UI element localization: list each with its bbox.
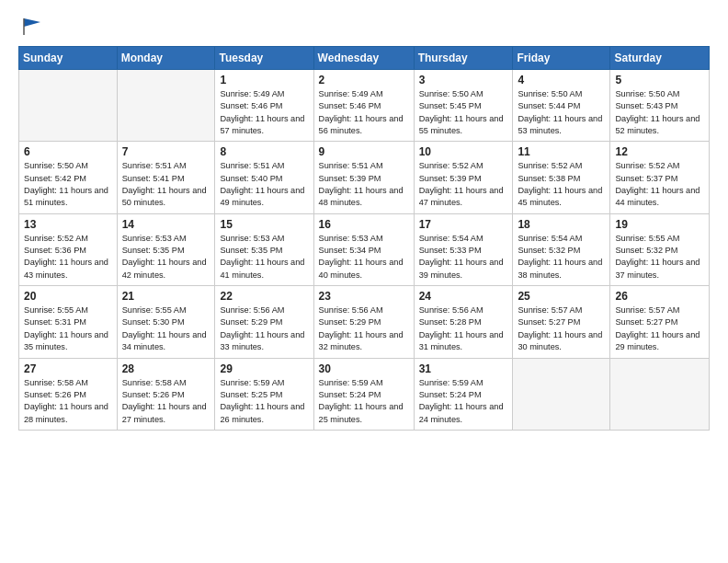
day-info: Sunrise: 5:58 AM Sunset: 5:26 PM Dayligh…: [24, 377, 112, 426]
day-number: 15: [220, 218, 308, 231]
day-number: 20: [24, 290, 112, 303]
weekday-header: Sunday: [19, 47, 118, 70]
calendar-cell: 29Sunrise: 5:59 AM Sunset: 5:25 PM Dayli…: [215, 358, 313, 430]
calendar-cell: 14Sunrise: 5:53 AM Sunset: 5:35 PM Dayli…: [117, 213, 215, 285]
weekday-header: Wednesday: [313, 47, 414, 70]
day-number: 7: [122, 145, 210, 158]
calendar-table: SundayMondayTuesdayWednesdayThursdayFrid…: [18, 46, 710, 431]
calendar-cell: 21Sunrise: 5:55 AM Sunset: 5:30 PM Dayli…: [117, 286, 215, 358]
calendar-week-row: 6Sunrise: 5:50 AM Sunset: 5:42 PM Daylig…: [19, 142, 710, 213]
calendar-cell: 23Sunrise: 5:56 AM Sunset: 5:29 PM Dayli…: [313, 286, 414, 358]
calendar-cell: [610, 358, 710, 430]
day-info: Sunrise: 5:55 AM Sunset: 5:32 PM Dayligh…: [615, 233, 704, 282]
calendar-cell: 22Sunrise: 5:56 AM Sunset: 5:29 PM Dayli…: [215, 286, 313, 358]
svg-marker-0: [24, 18, 40, 27]
calendar-cell: 31Sunrise: 5:59 AM Sunset: 5:24 PM Dayli…: [414, 358, 513, 430]
day-number: 23: [319, 290, 409, 303]
day-number: 10: [419, 145, 508, 158]
day-info: Sunrise: 5:59 AM Sunset: 5:24 PM Dayligh…: [319, 377, 409, 426]
calendar-cell: 5Sunrise: 5:50 AM Sunset: 5:43 PM Daylig…: [610, 70, 710, 142]
calendar-cell: 12Sunrise: 5:52 AM Sunset: 5:37 PM Dayli…: [610, 142, 710, 213]
calendar-cell: 25Sunrise: 5:57 AM Sunset: 5:27 PM Dayli…: [513, 286, 610, 358]
day-info: Sunrise: 5:56 AM Sunset: 5:29 PM Dayligh…: [220, 304, 308, 353]
day-number: 17: [419, 218, 508, 231]
weekday-header: Monday: [117, 47, 215, 70]
calendar-cell: 11Sunrise: 5:52 AM Sunset: 5:38 PM Dayli…: [513, 142, 610, 213]
day-info: Sunrise: 5:55 AM Sunset: 5:31 PM Dayligh…: [24, 304, 112, 353]
day-info: Sunrise: 5:59 AM Sunset: 5:25 PM Dayligh…: [220, 377, 308, 426]
day-info: Sunrise: 5:52 AM Sunset: 5:39 PM Dayligh…: [419, 160, 508, 209]
weekday-header: Tuesday: [215, 47, 313, 70]
calendar-cell: 24Sunrise: 5:56 AM Sunset: 5:28 PM Dayli…: [414, 286, 513, 358]
day-number: 11: [518, 145, 605, 158]
calendar-cell: 30Sunrise: 5:59 AM Sunset: 5:24 PM Dayli…: [313, 358, 414, 430]
day-number: 13: [24, 218, 112, 231]
day-info: Sunrise: 5:52 AM Sunset: 5:37 PM Dayligh…: [615, 160, 704, 209]
weekday-header: Saturday: [610, 47, 710, 70]
day-info: Sunrise: 5:57 AM Sunset: 5:27 PM Dayligh…: [615, 304, 704, 353]
day-number: 29: [220, 362, 308, 375]
calendar-week-row: 27Sunrise: 5:58 AM Sunset: 5:26 PM Dayli…: [19, 358, 710, 430]
day-info: Sunrise: 5:51 AM Sunset: 5:41 PM Dayligh…: [122, 160, 210, 209]
day-info: Sunrise: 5:50 AM Sunset: 5:45 PM Dayligh…: [419, 88, 508, 137]
calendar-body: 1Sunrise: 5:49 AM Sunset: 5:46 PM Daylig…: [19, 70, 710, 431]
day-info: Sunrise: 5:58 AM Sunset: 5:26 PM Dayligh…: [122, 377, 210, 426]
day-number: 12: [615, 145, 704, 158]
day-number: 2: [319, 74, 409, 86]
weekday-header: Thursday: [414, 47, 513, 70]
calendar-cell: 17Sunrise: 5:54 AM Sunset: 5:33 PM Dayli…: [414, 213, 513, 285]
calendar-cell: [117, 70, 215, 142]
day-info: Sunrise: 5:52 AM Sunset: 5:38 PM Dayligh…: [518, 160, 605, 209]
day-number: 14: [122, 218, 210, 231]
calendar-cell: 9Sunrise: 5:51 AM Sunset: 5:39 PM Daylig…: [313, 142, 414, 213]
calendar-cell: 27Sunrise: 5:58 AM Sunset: 5:26 PM Dayli…: [19, 358, 118, 430]
calendar-week-row: 13Sunrise: 5:52 AM Sunset: 5:36 PM Dayli…: [19, 213, 710, 285]
day-info: Sunrise: 5:53 AM Sunset: 5:34 PM Dayligh…: [319, 233, 409, 282]
page: SundayMondayTuesdayWednesdayThursdayFrid…: [0, 0, 728, 440]
calendar-cell: 1Sunrise: 5:49 AM Sunset: 5:46 PM Daylig…: [215, 70, 313, 142]
calendar-cell: 3Sunrise: 5:50 AM Sunset: 5:45 PM Daylig…: [414, 70, 513, 142]
day-info: Sunrise: 5:50 AM Sunset: 5:42 PM Dayligh…: [24, 160, 112, 209]
day-number: 27: [24, 362, 112, 375]
day-info: Sunrise: 5:49 AM Sunset: 5:46 PM Dayligh…: [319, 88, 409, 137]
day-number: 26: [615, 290, 704, 303]
calendar-header-row: SundayMondayTuesdayWednesdayThursdayFrid…: [19, 47, 710, 70]
calendar-cell: 4Sunrise: 5:50 AM Sunset: 5:44 PM Daylig…: [513, 70, 610, 142]
day-info: Sunrise: 5:49 AM Sunset: 5:46 PM Dayligh…: [220, 88, 308, 137]
calendar-week-row: 1Sunrise: 5:49 AM Sunset: 5:46 PM Daylig…: [19, 70, 710, 142]
logo: [18, 17, 44, 37]
day-info: Sunrise: 5:54 AM Sunset: 5:33 PM Dayligh…: [419, 233, 508, 282]
day-number: 28: [122, 362, 210, 375]
calendar-cell: 19Sunrise: 5:55 AM Sunset: 5:32 PM Dayli…: [610, 213, 710, 285]
calendar-header: SundayMondayTuesdayWednesdayThursdayFrid…: [19, 47, 710, 70]
day-info: Sunrise: 5:50 AM Sunset: 5:44 PM Dayligh…: [518, 88, 605, 137]
day-number: 25: [518, 290, 605, 303]
day-info: Sunrise: 5:54 AM Sunset: 5:32 PM Dayligh…: [518, 233, 605, 282]
calendar-cell: 6Sunrise: 5:50 AM Sunset: 5:42 PM Daylig…: [19, 142, 118, 213]
day-number: 4: [518, 74, 605, 86]
calendar-cell: 16Sunrise: 5:53 AM Sunset: 5:34 PM Dayli…: [313, 213, 414, 285]
calendar-cell: 18Sunrise: 5:54 AM Sunset: 5:32 PM Dayli…: [513, 213, 610, 285]
day-number: 30: [319, 362, 409, 375]
day-number: 1: [220, 74, 308, 86]
day-number: 21: [122, 290, 210, 303]
calendar-cell: 2Sunrise: 5:49 AM Sunset: 5:46 PM Daylig…: [313, 70, 414, 142]
calendar-cell: [513, 358, 610, 430]
day-number: 19: [615, 218, 704, 231]
calendar-cell: 7Sunrise: 5:51 AM Sunset: 5:41 PM Daylig…: [117, 142, 215, 213]
calendar-cell: [19, 70, 118, 142]
day-info: Sunrise: 5:50 AM Sunset: 5:43 PM Dayligh…: [615, 88, 704, 137]
calendar-cell: 13Sunrise: 5:52 AM Sunset: 5:36 PM Dayli…: [19, 213, 118, 285]
day-info: Sunrise: 5:53 AM Sunset: 5:35 PM Dayligh…: [220, 233, 308, 282]
day-number: 3: [419, 74, 508, 86]
header: [18, 17, 710, 37]
day-info: Sunrise: 5:51 AM Sunset: 5:39 PM Dayligh…: [319, 160, 409, 209]
day-number: 9: [319, 145, 409, 158]
logo-flag-icon: [20, 17, 44, 37]
day-info: Sunrise: 5:52 AM Sunset: 5:36 PM Dayligh…: [24, 233, 112, 282]
calendar-week-row: 20Sunrise: 5:55 AM Sunset: 5:31 PM Dayli…: [19, 286, 710, 358]
day-info: Sunrise: 5:59 AM Sunset: 5:24 PM Dayligh…: [419, 377, 508, 426]
calendar-cell: 10Sunrise: 5:52 AM Sunset: 5:39 PM Dayli…: [414, 142, 513, 213]
calendar-cell: 20Sunrise: 5:55 AM Sunset: 5:31 PM Dayli…: [19, 286, 118, 358]
calendar-cell: 15Sunrise: 5:53 AM Sunset: 5:35 PM Dayli…: [215, 213, 313, 285]
